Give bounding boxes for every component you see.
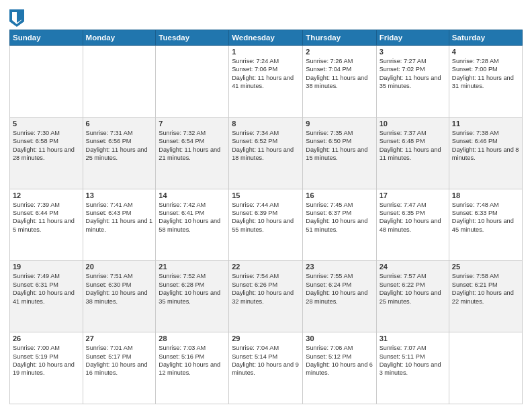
day-number: 3 xyxy=(380,48,446,56)
calendar-cell: 16Sunrise: 7:45 AM Sunset: 6:37 PM Dayli… xyxy=(303,189,376,261)
calendar-cell xyxy=(449,332,522,404)
day-number: 2 xyxy=(306,48,373,56)
cell-info: Sunrise: 7:55 AM Sunset: 6:24 PM Dayligh… xyxy=(306,272,373,306)
logo xyxy=(9,9,26,27)
cell-info: Sunrise: 7:32 AM Sunset: 6:54 PM Dayligh… xyxy=(159,129,226,163)
calendar-cell: 11Sunrise: 7:38 AM Sunset: 6:46 PM Dayli… xyxy=(449,117,522,189)
cell-info: Sunrise: 7:51 AM Sunset: 6:30 PM Dayligh… xyxy=(86,272,153,306)
week-row-4: 19Sunrise: 7:49 AM Sunset: 6:31 PM Dayli… xyxy=(10,261,523,332)
day-number: 12 xyxy=(13,191,80,199)
weekday-header-thursday: Thursday xyxy=(303,30,376,46)
calendar-cell: 18Sunrise: 7:48 AM Sunset: 6:33 PM Dayli… xyxy=(449,189,522,261)
cell-info: Sunrise: 7:45 AM Sunset: 6:37 PM Dayligh… xyxy=(306,201,373,234)
day-number: 4 xyxy=(452,48,519,56)
calendar-cell xyxy=(156,46,229,118)
header xyxy=(9,7,523,27)
cell-info: Sunrise: 7:07 AM Sunset: 5:11 PM Dayligh… xyxy=(380,344,446,377)
logo-icon xyxy=(9,9,24,27)
calendar-cell: 12Sunrise: 7:39 AM Sunset: 6:44 PM Dayli… xyxy=(10,189,83,261)
cell-info: Sunrise: 7:47 AM Sunset: 6:35 PM Dayligh… xyxy=(380,201,446,234)
cell-info: Sunrise: 7:26 AM Sunset: 7:04 PM Dayligh… xyxy=(306,57,373,91)
day-number: 22 xyxy=(232,263,300,271)
weekday-header-monday: Monday xyxy=(83,30,156,46)
weekday-header-tuesday: Tuesday xyxy=(156,30,229,46)
day-number: 16 xyxy=(306,191,373,199)
day-number: 20 xyxy=(86,263,153,271)
calendar-cell: 30Sunrise: 7:06 AM Sunset: 5:12 PM Dayli… xyxy=(303,332,376,404)
calendar-cell: 9Sunrise: 7:35 AM Sunset: 6:50 PM Daylig… xyxy=(303,117,376,189)
calendar-cell: 7Sunrise: 7:32 AM Sunset: 6:54 PM Daylig… xyxy=(156,117,229,189)
weekday-header-wednesday: Wednesday xyxy=(229,30,303,46)
weekday-header-friday: Friday xyxy=(376,30,449,46)
day-number: 19 xyxy=(13,263,80,271)
day-number: 15 xyxy=(232,191,300,199)
cell-info: Sunrise: 7:49 AM Sunset: 6:31 PM Dayligh… xyxy=(13,272,80,306)
cell-info: Sunrise: 7:41 AM Sunset: 6:43 PM Dayligh… xyxy=(86,201,153,234)
cell-info: Sunrise: 7:04 AM Sunset: 5:14 PM Dayligh… xyxy=(232,344,300,377)
cell-info: Sunrise: 7:44 AM Sunset: 6:39 PM Dayligh… xyxy=(232,201,300,234)
calendar-cell: 15Sunrise: 7:44 AM Sunset: 6:39 PM Dayli… xyxy=(229,189,303,261)
day-number: 29 xyxy=(232,334,300,342)
day-number: 14 xyxy=(159,191,226,199)
cell-info: Sunrise: 7:58 AM Sunset: 6:21 PM Dayligh… xyxy=(452,272,519,306)
calendar-cell: 19Sunrise: 7:49 AM Sunset: 6:31 PM Dayli… xyxy=(10,261,83,332)
day-number: 21 xyxy=(159,263,226,271)
weekday-header-sunday: Sunday xyxy=(10,30,83,46)
cell-info: Sunrise: 7:48 AM Sunset: 6:33 PM Dayligh… xyxy=(452,201,519,234)
cell-info: Sunrise: 7:30 AM Sunset: 6:58 PM Dayligh… xyxy=(13,129,80,163)
day-number: 13 xyxy=(86,191,153,199)
calendar-table: SundayMondayTuesdayWednesdayThursdayFrid… xyxy=(9,30,523,404)
cell-info: Sunrise: 7:28 AM Sunset: 7:00 PM Dayligh… xyxy=(452,57,519,91)
calendar-cell: 13Sunrise: 7:41 AM Sunset: 6:43 PM Dayli… xyxy=(83,189,156,261)
calendar-cell: 6Sunrise: 7:31 AM Sunset: 6:56 PM Daylig… xyxy=(83,117,156,189)
cell-info: Sunrise: 7:37 AM Sunset: 6:48 PM Dayligh… xyxy=(380,129,446,163)
cell-info: Sunrise: 7:31 AM Sunset: 6:56 PM Dayligh… xyxy=(86,129,153,163)
day-number: 17 xyxy=(380,191,446,199)
calendar-cell: 8Sunrise: 7:34 AM Sunset: 6:52 PM Daylig… xyxy=(229,117,303,189)
day-number: 24 xyxy=(380,263,446,271)
calendar-cell: 31Sunrise: 7:07 AM Sunset: 5:11 PM Dayli… xyxy=(376,332,449,404)
day-number: 9 xyxy=(306,120,373,128)
cell-info: Sunrise: 7:34 AM Sunset: 6:52 PM Dayligh… xyxy=(232,129,300,163)
calendar-cell: 22Sunrise: 7:54 AM Sunset: 6:26 PM Dayli… xyxy=(229,261,303,332)
day-number: 28 xyxy=(159,334,226,342)
weekday-header-saturday: Saturday xyxy=(449,30,522,46)
calendar-cell: 29Sunrise: 7:04 AM Sunset: 5:14 PM Dayli… xyxy=(229,332,303,404)
calendar-cell: 25Sunrise: 7:58 AM Sunset: 6:21 PM Dayli… xyxy=(449,261,522,332)
week-row-2: 5Sunrise: 7:30 AM Sunset: 6:58 PM Daylig… xyxy=(10,117,523,189)
week-row-5: 26Sunrise: 7:00 AM Sunset: 5:19 PM Dayli… xyxy=(10,332,523,404)
calendar-cell: 24Sunrise: 7:57 AM Sunset: 6:22 PM Dayli… xyxy=(376,261,449,332)
calendar-cell: 21Sunrise: 7:52 AM Sunset: 6:28 PM Dayli… xyxy=(156,261,229,332)
calendar-cell: 3Sunrise: 7:27 AM Sunset: 7:02 PM Daylig… xyxy=(376,46,449,118)
calendar-cell xyxy=(83,46,156,118)
cell-info: Sunrise: 7:42 AM Sunset: 6:41 PM Dayligh… xyxy=(159,201,226,234)
day-number: 23 xyxy=(306,263,373,271)
calendar-cell: 1Sunrise: 7:24 AM Sunset: 7:06 PM Daylig… xyxy=(229,46,303,118)
cell-info: Sunrise: 7:03 AM Sunset: 5:16 PM Dayligh… xyxy=(159,344,226,377)
cell-info: Sunrise: 7:54 AM Sunset: 6:26 PM Dayligh… xyxy=(232,272,300,306)
cell-info: Sunrise: 7:24 AM Sunset: 7:06 PM Dayligh… xyxy=(232,57,300,91)
page: SundayMondayTuesdayWednesdayThursdayFrid… xyxy=(0,0,532,411)
day-number: 10 xyxy=(380,120,446,128)
week-row-1: 1Sunrise: 7:24 AM Sunset: 7:06 PM Daylig… xyxy=(10,46,523,118)
cell-info: Sunrise: 7:57 AM Sunset: 6:22 PM Dayligh… xyxy=(380,272,446,306)
day-number: 31 xyxy=(380,334,446,342)
day-number: 6 xyxy=(86,120,153,128)
cell-info: Sunrise: 7:06 AM Sunset: 5:12 PM Dayligh… xyxy=(306,344,373,377)
calendar-cell: 27Sunrise: 7:01 AM Sunset: 5:17 PM Dayli… xyxy=(83,332,156,404)
calendar-cell: 26Sunrise: 7:00 AM Sunset: 5:19 PM Dayli… xyxy=(10,332,83,404)
calendar-cell: 28Sunrise: 7:03 AM Sunset: 5:16 PM Dayli… xyxy=(156,332,229,404)
day-number: 1 xyxy=(232,48,300,56)
weekday-header-row: SundayMondayTuesdayWednesdayThursdayFrid… xyxy=(10,30,523,46)
calendar-cell: 2Sunrise: 7:26 AM Sunset: 7:04 PM Daylig… xyxy=(303,46,376,118)
day-number: 27 xyxy=(86,334,153,342)
day-number: 30 xyxy=(306,334,373,342)
calendar-cell: 23Sunrise: 7:55 AM Sunset: 6:24 PM Dayli… xyxy=(303,261,376,332)
day-number: 8 xyxy=(232,120,300,128)
cell-info: Sunrise: 7:38 AM Sunset: 6:46 PM Dayligh… xyxy=(452,129,519,163)
day-number: 5 xyxy=(13,120,80,128)
calendar-cell: 5Sunrise: 7:30 AM Sunset: 6:58 PM Daylig… xyxy=(10,117,83,189)
day-number: 18 xyxy=(452,191,519,199)
cell-info: Sunrise: 7:35 AM Sunset: 6:50 PM Dayligh… xyxy=(306,129,373,163)
day-number: 25 xyxy=(452,263,519,271)
